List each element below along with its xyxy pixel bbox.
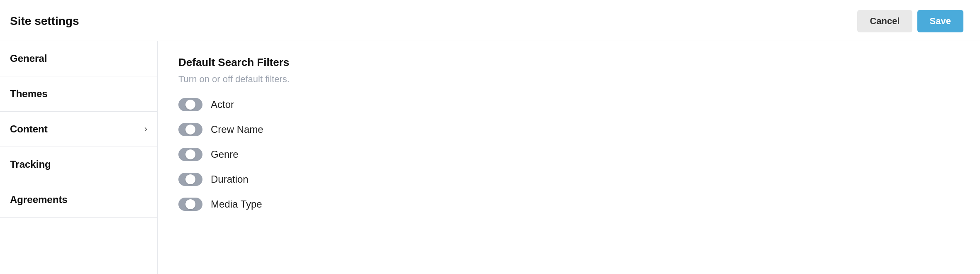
sidebar-item-general-label: General: [10, 53, 47, 64]
sidebar-item-tracking-label: Tracking: [10, 159, 51, 170]
page-title: Site settings: [10, 15, 79, 28]
page-header: Site settings Cancel Save: [0, 0, 980, 41]
filter-row-crew-name: Crew Name: [178, 123, 959, 136]
section-title: Default Search Filters: [178, 56, 959, 69]
header-actions: Cancel Save: [857, 10, 963, 32]
main-layout: General Themes Content › Tracking Agreem…: [0, 41, 980, 274]
filter-label-crew-name: Crew Name: [211, 124, 263, 135]
sidebar-item-general[interactable]: General: [0, 41, 157, 76]
filter-label-genre: Genre: [211, 149, 239, 160]
sidebar-item-agreements[interactable]: Agreements: [0, 182, 157, 218]
toggle-actor[interactable]: [178, 98, 202, 111]
filter-row-genre: Genre: [178, 148, 959, 161]
toggle-genre-thumb: [185, 149, 195, 159]
content-area: Default Search Filters Turn on or off de…: [158, 41, 980, 274]
sidebar-item-agreements-label: Agreements: [10, 194, 68, 206]
sidebar-item-content-label: Content: [10, 123, 48, 135]
filter-row-actor: Actor: [178, 98, 959, 111]
sidebar-item-themes-label: Themes: [10, 88, 48, 100]
toggle-crew-name[interactable]: [178, 123, 202, 136]
toggle-media-type-thumb: [185, 199, 195, 209]
toggle-crew-name-thumb: [185, 125, 195, 135]
cancel-button[interactable]: Cancel: [857, 10, 912, 32]
save-button[interactable]: Save: [917, 10, 963, 32]
sidebar-item-tracking[interactable]: Tracking: [0, 147, 157, 182]
toggle-duration-thumb: [185, 174, 195, 184]
toggle-media-type[interactable]: [178, 198, 202, 211]
section-subtitle: Turn on or off default filters.: [178, 74, 959, 85]
sidebar: General Themes Content › Tracking Agreem…: [0, 41, 158, 274]
sidebar-item-content[interactable]: Content ›: [0, 112, 157, 147]
filter-label-media-type: Media Type: [211, 198, 262, 210]
chevron-right-icon: ›: [144, 124, 147, 135]
sidebar-item-themes[interactable]: Themes: [0, 76, 157, 112]
filter-row-duration: Duration: [178, 173, 959, 186]
toggle-genre[interactable]: [178, 148, 202, 161]
filter-label-actor: Actor: [211, 99, 234, 110]
toggle-actor-thumb: [185, 100, 195, 110]
filter-row-media-type: Media Type: [178, 198, 959, 211]
filter-label-duration: Duration: [211, 174, 249, 185]
toggle-duration[interactable]: [178, 173, 202, 186]
